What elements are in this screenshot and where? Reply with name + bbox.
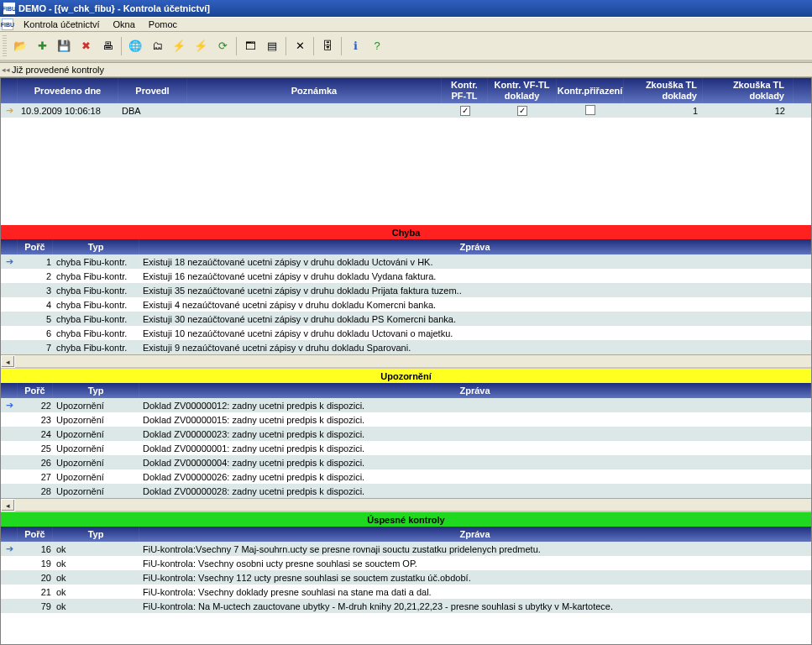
table-row[interactable]: 23UpozorněníDoklad ZV00000015: zadny uce… [1, 412, 811, 427]
cell-msg: FiU-kontrola:Vsechny 7 Maj-souhrn.ucty s… [139, 543, 811, 555]
k2-checkbox[interactable]: ✓ [517, 106, 527, 116]
scroll-left-icon[interactable]: ◂ [1, 355, 15, 368]
table-row[interactable]: 3chyba Fibu-kontr.Existuji 35 nezaúčtova… [1, 283, 811, 297]
table-row[interactable]: ➔22UpozorněníDoklad ZV00000012: zadny uc… [1, 398, 811, 412]
col-typ[interactable]: Typ [53, 527, 139, 542]
refresh-icon[interactable]: ⟳ [212, 36, 233, 56]
cell-typ: ok [53, 558, 139, 569]
toolbar-handle[interactable] [3, 35, 7, 57]
run-row[interactable]: ➔ 10.9.2009 10:06:18 DBA ✓ ✓ 1 12 [1, 103, 811, 118]
table-row[interactable]: 6chyba Fibu-kontr.Existuji 10 nezaúčtova… [1, 326, 811, 340]
help-icon[interactable]: ? [367, 36, 387, 56]
row-arrow-icon: ➔ [1, 104, 18, 117]
cell-porc: 24 [18, 428, 53, 440]
col-typ[interactable]: Typ [53, 239, 139, 254]
ok-banner: Úspesné kontroly [1, 512, 811, 527]
print-icon[interactable]: 🖶 [97, 36, 118, 56]
col-note[interactable]: Poznámka [187, 78, 442, 103]
row-arrow-icon: ➔ [1, 255, 18, 268]
row-arrow-icon [1, 591, 18, 593]
k3-checkbox[interactable] [585, 105, 595, 115]
table-row[interactable]: 5chyba Fibu-kontr.Existuji 30 nezaúčtova… [1, 312, 811, 326]
cell-msg: Existuji 10 nezaúčtované ucetni zápisy v… [139, 328, 811, 339]
cell-porc: 26 [18, 457, 53, 469]
list-icon[interactable]: ▤ [262, 36, 282, 56]
section-title: Již provedené kontroly [12, 65, 104, 75]
table-row[interactable]: ➔16okFiU-kontrola:Vsechny 7 Maj-souhrn.u… [1, 542, 811, 556]
cell-msg: Existuji 4 nezaúčtované ucetni zápisy v … [139, 299, 811, 311]
layers-icon[interactable]: 🗂 [147, 36, 167, 56]
menu-pomoc[interactable]: Pomoc [142, 18, 184, 31]
table-row[interactable]: 26UpozorněníDoklad ZV00000004: zadny uce… [1, 455, 811, 469]
row-arrow-icon [1, 448, 18, 449]
delete-icon[interactable]: ✖ [76, 36, 96, 56]
k1-checkbox[interactable]: ✓ [460, 106, 470, 116]
cell-msg: Doklad ZV00000023: zadny ucetni predpis … [139, 428, 811, 440]
cell-typ: chyba Fibu-kontr. [53, 328, 139, 339]
cell-msg: Existuji 9 nezaúčtované ucetni zápisy v … [139, 342, 811, 354]
cell-typ: Upozornění [53, 471, 139, 483]
table-row[interactable]: ➔1chyba Fibu-kontr.Existuji 18 nezaúčtov… [1, 254, 811, 269]
window-icon[interactable]: 🗔 [240, 36, 260, 56]
row-arrow-icon [1, 433, 18, 435]
cell-msg: Doklad ZV00000026: zadny ucetni predpis … [139, 471, 811, 483]
save-icon[interactable]: 💾 [54, 36, 74, 56]
table-row[interactable]: 4chyba Fibu-kontr.Existuji 4 nezaúčtovan… [1, 297, 811, 312]
separator [236, 37, 237, 55]
globe-icon[interactable]: 🌐 [125, 36, 145, 56]
add-icon[interactable]: ✚ [32, 36, 52, 56]
db-icon[interactable]: 🗄 [317, 36, 338, 56]
col-k3[interactable]: Kontr.přiřazení [557, 78, 624, 103]
col-msg[interactable]: Zpráva [139, 527, 811, 542]
cell-typ: chyba Fibu-kontr. [53, 285, 139, 296]
scroll-left-icon[interactable]: ◂ [1, 499, 15, 511]
info-icon[interactable]: ℹ [345, 36, 365, 56]
table-row[interactable]: 20okFiU-kontrola: Vsechny 112 ucty presn… [1, 570, 811, 585]
col-porc[interactable]: Pořč [18, 527, 53, 542]
table-row[interactable]: 28UpozorněníDoklad ZV00000028: zadny uce… [1, 484, 811, 498]
col-k1[interactable]: Kontr. PF-TL [442, 78, 488, 103]
col-date[interactable]: Provedeno dne [18, 78, 118, 103]
cell-porc: 22 [18, 400, 53, 412]
cell-typ: Upozornění [53, 457, 139, 469]
errors-hscroll[interactable]: ◂ [1, 354, 811, 369]
close-icon[interactable]: ✕ [290, 36, 310, 56]
z2-value: 12 [703, 105, 794, 117]
warn-hscroll[interactable]: ◂ [1, 498, 811, 512]
cell-porc: 5 [18, 313, 53, 325]
col-typ[interactable]: Typ [53, 383, 139, 398]
col-porc[interactable]: Pořč [18, 239, 53, 254]
section-header: ◂◂ Již provedené kontroly [0, 62, 812, 77]
col-msg[interactable]: Zpráva [139, 383, 811, 398]
col-user[interactable]: Provedl [118, 78, 187, 103]
table-row[interactable]: 21okFiU-kontrola: Vsechny doklady presne… [1, 585, 811, 599]
menu-kontrola[interactable]: Kontrola účetnictví [17, 18, 107, 31]
table-row[interactable]: 27UpozorněníDoklad ZV00000026: zadny uce… [1, 469, 811, 484]
table-row[interactable]: 7chyba Fibu-kontr.Existuji 9 nezaúčtovan… [1, 340, 811, 354]
menu-okna[interactable]: Okna [107, 18, 142, 31]
col-k2[interactable]: Kontr. VF-TL doklady [488, 78, 557, 103]
window-titlebar: FIBU DEMO - [{w_chk_fibu} - Kontrola úče… [0, 0, 812, 17]
row-arrow-icon: ➔ [1, 399, 18, 412]
open-icon[interactable]: 📂 [10, 36, 30, 56]
cell-typ: chyba Fibu-kontr. [53, 313, 139, 325]
table-row[interactable]: 25UpozorněníDoklad ZV00000001: zadny uce… [1, 441, 811, 455]
row-arrow-icon [1, 462, 18, 464]
cell-porc: 27 [18, 471, 53, 483]
run2-icon[interactable]: ⚡ [191, 36, 211, 56]
table-row[interactable]: 2chyba Fibu-kontr.Existuji 16 nezaúčtova… [1, 269, 811, 283]
table-row[interactable]: 24UpozorněníDoklad ZV00000023: zadny uce… [1, 427, 811, 441]
col-z2[interactable]: Zkouška TL doklady [703, 78, 794, 103]
content-area: Provedeno dne Provedl Poznámka Kontr. PF… [0, 77, 812, 645]
row-arrow-icon [1, 333, 18, 334]
run1-icon[interactable]: ⚡ [169, 36, 189, 56]
col-z1[interactable]: Zkouška TL doklady [624, 78, 703, 103]
table-row[interactable]: 79okFiU-kontrola: Na M-uctech zauctovane… [1, 599, 811, 613]
separator [286, 37, 286, 55]
collapse-icon[interactable]: ◂◂ [2, 66, 10, 74]
col-porc[interactable]: Pořč [18, 383, 53, 398]
cell-porc: 21 [18, 586, 53, 598]
table-row[interactable]: 19okFiU-kontrola: Vsechny osobni ucty pr… [1, 556, 811, 570]
cell-porc: 7 [18, 342, 53, 354]
col-msg[interactable]: Zpráva [139, 239, 811, 254]
